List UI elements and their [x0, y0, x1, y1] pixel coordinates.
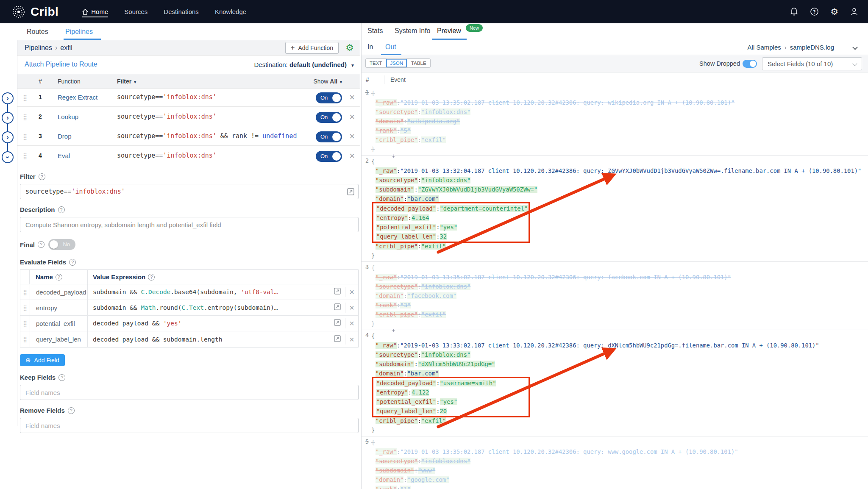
col-filter-sort[interactable]: Filter ▼ — [117, 78, 137, 85]
evaluate-fields-header: Name? Value Expression? — [20, 270, 358, 284]
nav-item-sources[interactable]: Sources — [124, 8, 147, 15]
remove-field-icon[interactable]: × — [345, 318, 354, 328]
remove-field-icon[interactable]: × — [345, 287, 354, 297]
toggle-label: On — [320, 114, 328, 120]
show-all-dropdown[interactable]: Show All ▼ — [313, 78, 343, 85]
remove-function-icon[interactable]: × — [349, 92, 355, 103]
nav-items: Home Sources Destinations Knowledge — [82, 8, 246, 15]
tab-stats[interactable]: Stats — [367, 27, 383, 35]
collapse-function-4-chevron[interactable]: › — [2, 151, 14, 163]
description-input[interactable]: Compute Shannon entropy, subdomain lengt… — [20, 217, 359, 232]
cribl-logo[interactable]: Cribl — [11, 4, 58, 19]
function-name-link[interactable]: Drop — [58, 133, 72, 140]
add-field-button[interactable]: ⊕ Add Field — [20, 354, 65, 366]
drag-handle-icon[interactable]: ⣿ — [20, 336, 30, 342]
select-fields-dropdown[interactable]: Select Fields (10 of 10) — [762, 57, 862, 70]
tab-preview[interactable]: Preview — [437, 27, 461, 35]
view-mode-table[interactable]: TABLE — [407, 59, 430, 67]
expand-editor-icon[interactable] — [334, 335, 341, 344]
help-circle-icon[interactable]: ? — [69, 259, 76, 266]
event-row: 2{"_raw":"2019-01-03 13:32:04.187 client… — [362, 155, 868, 261]
help-icon[interactable]: ? — [810, 7, 819, 16]
sample-breadcrumb[interactable]: All Samples›sampleDNS.log — [748, 44, 834, 51]
notifications-bell-icon[interactable] — [790, 7, 798, 16]
help-circle-icon[interactable]: ? — [38, 241, 45, 248]
view-mode-text[interactable]: TEXT — [366, 59, 386, 67]
help-circle-icon[interactable]: ? — [39, 173, 45, 180]
function-name-link[interactable]: Eval — [58, 152, 70, 159]
final-toggle[interactable]: No — [48, 239, 75, 250]
remove-function-icon[interactable]: × — [349, 151, 355, 161]
tab-routes[interactable]: Routes — [27, 28, 48, 36]
attach-row: Attach Pipeline to Route Destination: de… — [17, 56, 360, 74]
help-circle-icon[interactable]: ? — [58, 374, 65, 381]
remove-field-icon[interactable]: × — [345, 303, 354, 313]
help-circle-icon[interactable]: ? — [58, 206, 65, 213]
expand-function-1-chevron[interactable]: › — [2, 92, 14, 104]
drag-handle-icon[interactable]: ⣿ — [20, 289, 30, 295]
field-key: "cribl_pipe" — [376, 136, 418, 143]
drag-handle-icon[interactable]: ⣿ — [23, 114, 27, 120]
show-dropped-toggle[interactable] — [743, 60, 757, 68]
tab-pipelines[interactable]: Pipelines — [65, 28, 93, 36]
help-circle-icon[interactable]: ? — [56, 274, 62, 281]
drag-handle-icon[interactable]: ⣿ — [23, 153, 27, 159]
function-on-toggle[interactable]: On — [316, 131, 342, 142]
expand-editor-icon[interactable] — [334, 319, 341, 328]
expand-editor-icon[interactable] — [334, 288, 341, 296]
nav-item-home[interactable]: Home — [82, 8, 108, 17]
event-field-line: "sourcetype":"infoblox:dns" — [371, 350, 868, 359]
evaluate-field-row: ⣿query_label_lendecoded_payload && subdo… — [20, 331, 358, 347]
function-name-link[interactable]: Lookup — [58, 113, 78, 120]
event-field-line: "_raw":"2019-01-03 13:35:02.187 client 1… — [371, 272, 868, 282]
keep-fields-input[interactable] — [20, 385, 359, 400]
expand-editor-icon[interactable] — [334, 303, 341, 312]
tab-out[interactable]: Out — [385, 43, 396, 51]
function-on-toggle[interactable]: On — [316, 92, 342, 103]
event-field-line: "potential_exfil":"yes" — [373, 222, 529, 232]
field-key: "entropy" — [376, 389, 408, 396]
add-function-button[interactable]: + Add Function — [285, 42, 339, 54]
function-name-link[interactable]: Regex Extract — [58, 94, 97, 101]
event-field-line: "cribl_pipe":"exfil" — [371, 416, 868, 425]
chevron-down-icon — [852, 61, 857, 66]
help-circle-icon[interactable]: ? — [68, 407, 75, 414]
remove-function-icon[interactable]: × — [349, 112, 355, 122]
expand-function-2-chevron[interactable]: › — [2, 112, 14, 124]
event-field-line: "decoded_payload":"username=smith" — [373, 378, 529, 388]
code-token: Math — [141, 304, 156, 311]
tab-system-info[interactable]: System Info — [395, 27, 430, 35]
function-on-toggle[interactable]: On — [316, 112, 342, 123]
nav-item-destinations[interactable]: Destinations — [164, 8, 199, 15]
drag-handle-icon[interactable]: ⣿ — [23, 133, 27, 140]
help-circle-icon[interactable]: ? — [148, 274, 155, 281]
event-json: {"_raw":"2019-01-03 13:35:02.187 client … — [371, 263, 868, 328]
user-icon[interactable] — [850, 7, 859, 16]
pipeline-settings-gear-icon[interactable]: ⚙ — [345, 42, 354, 53]
expand-function-3-chevron[interactable]: › — [2, 131, 14, 143]
field-value: "3" — [400, 302, 411, 308]
colon: : — [436, 380, 440, 386]
chevron-down-icon[interactable] — [852, 44, 858, 50]
filter-input[interactable]: sourcetype=='infoblox:dns' — [20, 184, 359, 199]
function-filter-expression: sourcetype=='infoblox:dns' — [117, 152, 217, 159]
view-mode-json[interactable]: JSON — [386, 59, 407, 67]
field-key: "decoded_payload" — [376, 205, 436, 212]
breadcrumb[interactable]: Pipelines›exfil — [25, 44, 72, 52]
field-key: "domain" — [376, 195, 403, 202]
remove-field-icon[interactable]: × — [345, 334, 354, 345]
function-on-toggle[interactable]: On — [316, 151, 342, 162]
drag-handle-icon[interactable]: ⣿ — [23, 94, 27, 101]
remove-fields-input[interactable] — [20, 418, 359, 433]
drag-handle-icon[interactable]: ⣿ — [20, 320, 30, 327]
tab-in[interactable]: In — [367, 43, 373, 51]
drag-handle-icon[interactable]: ⣿ — [20, 305, 30, 311]
expand-editor-icon[interactable] — [347, 188, 354, 197]
nav-item-knowledge[interactable]: Knowledge — [215, 8, 246, 15]
field-key: "domain" — [376, 118, 403, 125]
evaluate-fields-table: Name? Value Expression? ⣿decoded_payload… — [20, 270, 359, 347]
destination-selector[interactable]: Destination: default (undefined) ▼ — [254, 61, 355, 68]
attach-pipeline-link[interactable]: Attach Pipeline to Route — [25, 61, 97, 68]
settings-gear-icon[interactable]: ⚙ — [830, 7, 838, 16]
remove-function-icon[interactable]: × — [349, 131, 355, 142]
